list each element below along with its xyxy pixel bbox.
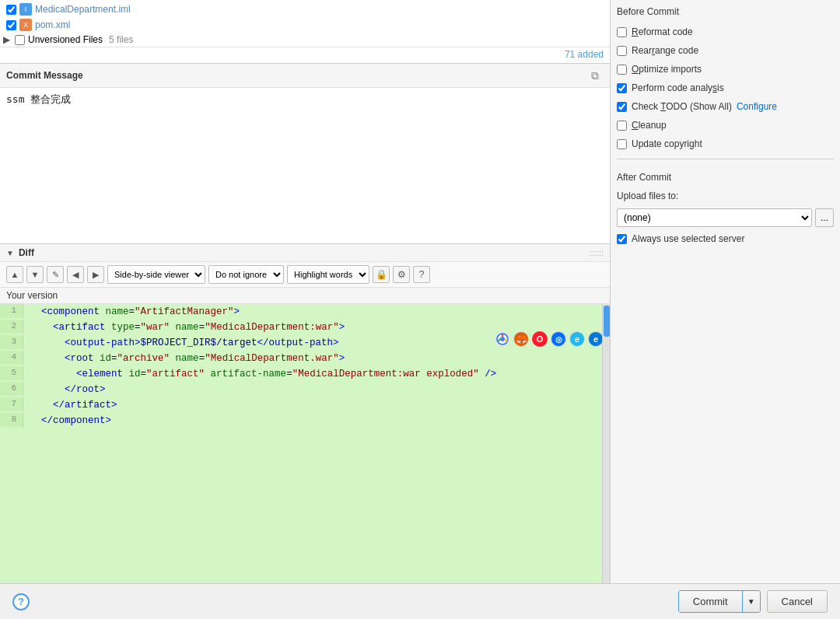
before-commit-title: Before Commit [617, 6, 834, 17]
opera-icon: O [532, 331, 548, 347]
diff-toolbar: ▲ ▼ ✎ ◀ ▶ Side-by-side viewer Do not ign… [0, 262, 610, 288]
svg-line-3 [505, 339, 507, 341]
perform-analysis-checkbox[interactable] [617, 83, 627, 93]
file-iml-checkbox[interactable] [6, 5, 16, 15]
file-xml-name: pom.xml [35, 19, 70, 30]
your-version-label: Your version [0, 288, 610, 304]
file-list-area: I MedicalDepartment.iml X pom.xml ▶ Unve… [0, 0, 610, 63]
viewer-select[interactable]: Side-by-side viewer [107, 265, 205, 284]
upload-label: Upload files to: [617, 191, 834, 201]
commit-message-header: Commit Message ⧉ [0, 64, 610, 88]
ignore-select[interactable]: Do not ignore [208, 265, 284, 284]
line-num-7: 7 [0, 397, 23, 411]
file-iml-name: MedicalDepartment.iml [35, 4, 131, 15]
commit-split-button: Commit ▼ [678, 590, 761, 613]
svg-line-4 [498, 339, 500, 341]
rearrange-code-label: Rearrange code [632, 45, 698, 56]
update-copyright-label: Update copyright [632, 138, 702, 149]
code-line-4: 4 <root id="archive" name="MedicalDepart… [0, 351, 610, 366]
unversioned-checkbox[interactable] [15, 35, 25, 45]
code-line-6: 6 </root> [0, 382, 610, 397]
code-view[interactable]: 1 <component name="ArtifactManager"> 2 <… [0, 304, 610, 583]
edge-icon: e [588, 331, 604, 347]
line-content-5: <element id="artifact" artifact-name="Me… [23, 366, 610, 382]
scrollbar[interactable] [602, 304, 610, 583]
rearrange-code-row: Rearrange code [617, 44, 834, 58]
reformat-code-checkbox[interactable] [617, 27, 627, 37]
line-num-6: 6 [0, 382, 23, 396]
cleanup-row: Cleanup [617, 118, 834, 132]
line-content-8: </component> [23, 413, 610, 428]
code-line-5: 5 <element id="artifact" artifact-name="… [0, 366, 610, 382]
highlight-select[interactable]: Highlight words [287, 265, 369, 284]
optimize-imports-checkbox[interactable] [617, 65, 627, 75]
upload-ellipsis-btn[interactable]: ... [815, 208, 834, 227]
nav-down-btn[interactable]: ▼ [26, 266, 44, 283]
file-xml-checkbox[interactable] [6, 20, 16, 30]
bottom-bar: ? Commit ▼ Cancel [0, 583, 840, 619]
line-content-4: <root id="archive" name="MedicalDepartme… [23, 351, 610, 366]
unversioned-label: Unversioned Files [28, 34, 103, 45]
commit-message-copy-btn[interactable]: ⧉ [586, 67, 604, 84]
diff-title: Diff [19, 247, 34, 258]
after-commit-title: After Commit [617, 172, 834, 183]
always-use-server-row: Always use selected server [617, 232, 834, 246]
line-num-4: 4 [0, 351, 23, 365]
added-count: 71 added [0, 47, 610, 61]
line-num-5: 5 [0, 366, 23, 380]
cleanup-checkbox[interactable] [617, 121, 627, 131]
separator [617, 159, 834, 159]
line-num-2: 2 [0, 320, 23, 334]
help-diff-btn[interactable]: ? [413, 266, 430, 283]
expand-arrow-icon: ▶ [3, 34, 10, 45]
commit-message-section: Commit Message ⧉ ssm 整合完成 [0, 63, 610, 243]
perform-analysis-row: Perform code analysis [617, 81, 834, 95]
commit-dropdown-btn[interactable]: ▼ [743, 591, 760, 612]
upload-select[interactable]: (none) [617, 208, 812, 227]
commit-message-label: Commit Message [6, 70, 83, 81]
perform-analysis-label: Perform code analysis [632, 82, 724, 93]
commit-message-textarea[interactable]: ssm 整合完成 [0, 88, 610, 243]
unversioned-count: 5 files [109, 34, 133, 45]
line-num-1: 1 [0, 304, 23, 318]
configure-link[interactable]: Configure [737, 101, 777, 112]
optimize-imports-label: Optimize imports [632, 64, 702, 75]
nav-up-btn[interactable]: ▲ [6, 266, 23, 283]
chrome-icon [495, 331, 510, 347]
nav-right-btn[interactable]: ▶ [87, 266, 104, 283]
left-panel: I MedicalDepartment.iml X pom.xml ▶ Unve… [0, 0, 611, 583]
line-content-7: </artifact> [23, 397, 610, 413]
unversioned-row[interactable]: ▶ Unversioned Files 5 files [0, 33, 610, 47]
reformat-code-row: Reformat code [617, 25, 834, 39]
check-todo-row: Check TODO (Show All) Configure [617, 100, 834, 114]
line-num-3: 3 [0, 335, 23, 349]
code-line-8: 8 </component> [0, 413, 610, 428]
line-num-8: 8 [0, 413, 23, 427]
right-panel: Before Commit Reformat code Rearrange co… [611, 0, 840, 583]
upload-row: (none) ... [617, 208, 834, 227]
firefox-icon: 🦊 [513, 331, 529, 347]
lock-icon-btn[interactable]: 🔒 [373, 266, 390, 283]
update-copyright-checkbox[interactable] [617, 139, 627, 149]
nav-edit-btn[interactable]: ✎ [47, 266, 64, 283]
commit-main-button[interactable]: Commit [679, 591, 743, 612]
nav-left-btn[interactable]: ◀ [67, 266, 84, 283]
rearrange-code-checkbox[interactable] [617, 46, 627, 56]
code-line-7: 7 </artifact> [0, 397, 610, 413]
check-todo-label: Check TODO (Show All) [632, 101, 732, 112]
line-content-1: <component name="ArtifactManager"> [23, 304, 610, 320]
diff-section: ▼ Diff :::::: ▲ ▼ ✎ ◀ ▶ Side-by-side vie… [0, 243, 610, 583]
diff-drag-handle: :::::: [590, 248, 604, 257]
scrollbar-thumb[interactable] [604, 306, 610, 337]
file-item-xml: X pom.xml [0, 17, 610, 33]
settings-icon-btn[interactable]: ⚙ [393, 266, 410, 283]
help-button[interactable]: ? [12, 593, 30, 610]
always-use-server-label: Always use selected server [632, 233, 744, 244]
cancel-button[interactable]: Cancel [767, 590, 828, 613]
ie-icon: e [569, 331, 585, 347]
file-item-iml: I MedicalDepartment.iml [0, 2, 610, 17]
always-use-server-checkbox[interactable] [617, 234, 627, 244]
diff-collapse-btn[interactable]: ▼ [6, 249, 14, 257]
update-copyright-row: Update copyright [617, 137, 834, 151]
check-todo-checkbox[interactable] [617, 102, 627, 112]
